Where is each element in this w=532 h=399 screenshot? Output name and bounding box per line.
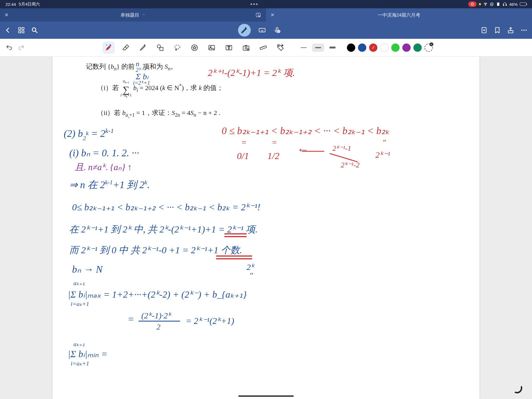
svg-point-47 [278, 45, 279, 47]
pen-mode-button[interactable] [238, 24, 251, 37]
fountain-pen-tool[interactable] [103, 42, 115, 54]
tab-single-problem[interactable]: ✕ 单独题目 ﹀ [0, 8, 266, 22]
orange-dot-icon [479, 3, 481, 5]
add-page-icon[interactable] [480, 27, 488, 34]
undo-icon[interactable] [6, 44, 13, 51]
back-icon[interactable] [4, 27, 12, 34]
document-tab-bar: ✕ 单独题目 ﹀ ✕ 一中滨海24届六月考 [0, 8, 532, 22]
svg-rect-8 [22, 27, 24, 30]
eraser-tool[interactable] [120, 42, 132, 54]
stroke-medium[interactable] [312, 44, 324, 52]
svg-rect-7 [19, 27, 21, 30]
svg-point-41 [245, 47, 247, 49]
svg-rect-13 [259, 29, 265, 32]
svg-text:且. n≠aᵏ.    {aₙ} ↑: 且. n≠aᵏ. {aₙ} ↑ [75, 162, 132, 172]
mic-icon[interactable] [273, 27, 281, 34]
svg-rect-9 [19, 31, 21, 33]
headphones-icon [503, 2, 507, 6]
svg-rect-19 [276, 27, 278, 31]
svg-text:(2) b2k = 2k-1: (2) b2k = 2k-1 [64, 127, 114, 142]
svg-text:✦: ✦ [282, 44, 283, 46]
home-indicator[interactable] [238, 395, 294, 397]
battery-percent: 46% [509, 2, 518, 7]
svg-text:aₖ₊₁: aₖ₊₁ [73, 341, 85, 347]
stroke-thick[interactable] [326, 44, 339, 52]
color-teal[interactable] [413, 44, 422, 52]
page-curl-icon[interactable] [513, 383, 524, 395]
svg-point-27 [521, 30, 522, 31]
at-icon: @ [490, 2, 494, 6]
highlighter-tool[interactable] [137, 42, 149, 54]
close-icon[interactable]: ✕ [4, 12, 9, 18]
svg-point-11 [32, 28, 36, 31]
svg-rect-1 [497, 2, 499, 6]
ruler-tool[interactable] [257, 42, 269, 54]
split-view-icon[interactable] [255, 12, 261, 18]
close-icon[interactable]: ✕ [270, 12, 275, 18]
svg-text:": " [382, 138, 386, 147]
svg-rect-3 [506, 4, 507, 6]
svg-text:i=2ᵏ+1: i=2ᵏ+1 [133, 80, 150, 86]
share-icon[interactable] [507, 27, 514, 34]
svg-point-34 [175, 45, 180, 49]
svg-text:": " [249, 271, 253, 280]
svg-text:0 ≤ b₂ₖ₋₁₊₁ < b₂ₖ₋₁₊₂ < ···   : 0 ≤ b₂ₖ₋₁₊₁ < b₂ₖ₋₁₊₂ < ··· < b₂ₖ₋₁ < b₂… [222, 125, 390, 136]
svg-line-31 [125, 46, 127, 48]
search-icon[interactable] [31, 27, 38, 34]
text-tool[interactable]: T [223, 42, 235, 54]
lasso-tool[interactable] [171, 42, 183, 54]
svg-text:0≤ b₂ₖ₋₁₊₁ < b₂ₖ₋₁₊₂ < ··· < b: 0≤ b₂ₖ₋₁₊₁ < b₂ₖ₋₁₊₂ < ··· < b₂ₖ₋₁ < b₂ₖ… [72, 202, 260, 212]
stroke-thin[interactable] [298, 44, 310, 52]
svg-line-88 [330, 154, 357, 162]
grid-icon[interactable] [18, 27, 25, 34]
color-green[interactable] [391, 44, 400, 52]
canvas-area[interactable]: 记数列 {bn} 的前 项和为 Sn。 （i）若 ak+1 ∑ i=ak+1 b… [0, 57, 532, 399]
color-white[interactable] [380, 44, 388, 52]
svg-rect-43 [260, 45, 267, 50]
color-red[interactable]: ✓ [369, 44, 377, 52]
svg-point-29 [525, 30, 526, 31]
add-color-icon[interactable] [424, 44, 433, 52]
svg-text:=: = [127, 314, 134, 325]
color-purple[interactable] [402, 44, 411, 52]
tab-exam-doc[interactable]: ✕ 一中滨海24届六月考 [266, 8, 532, 22]
multitask-dots[interactable] [250, 3, 258, 5]
svg-text:←: ← [296, 143, 309, 156]
svg-text:2ᵏ⁻¹: 2ᵏ⁻¹ [375, 150, 390, 159]
favorite-tool[interactable] [188, 42, 201, 54]
svg-text:2ᵏ⁻¹-2: 2ᵏ⁻¹-2 [341, 161, 359, 169]
svg-text:i=aₖ+1: i=aₖ+1 [71, 300, 89, 307]
svg-text:|Σ bᵢ|ₘᵢₙ =: |Σ bᵢ|ₘᵢₙ = [68, 349, 108, 359]
more-icon[interactable] [520, 27, 528, 34]
handwriting-layer: n 2ᵏ⁺¹ Σ bᵢ i=2ᵏ+1 2ᵏ⁺¹-(2ᵏ-1)+1 = 2ᵏ 项.… [53, 57, 479, 399]
svg-text:=: = [241, 138, 247, 147]
tab-title: 一中滨海24届六月考 [378, 12, 421, 18]
svg-text:2ᵏ: 2ᵏ [247, 262, 255, 272]
svg-text:在 2ᵏ⁻¹+1 到 2ᵏ 中, 共 2ᵏ-(2ᵏ⁻¹+1): 在 2ᵏ⁻¹+1 到 2ᵏ 中, 共 2ᵏ-(2ᵏ⁻¹+1)+1 = 2ᵏ⁻¹ … [69, 224, 258, 235]
svg-text:2: 2 [157, 323, 160, 331]
svg-text:aₖ₊₁: aₖ₊₁ [73, 280, 85, 287]
keyboard-icon[interactable] [259, 27, 266, 34]
svg-text:|Σ bᵢ|ₘₐₓ = 1+2+···+(2ᵏ-2) + (: |Σ bᵢ|ₘₐₓ = 1+2+···+(2ᵏ-2) + (2ᵏ⁻) + b_{… [68, 289, 247, 300]
document-page[interactable]: 记数列 {bn} 的前 项和为 Sn。 （i）若 ak+1 ∑ i=ak+1 b… [53, 57, 479, 399]
tag-tool[interactable]: ✦ [274, 42, 287, 54]
pen-icon [241, 27, 248, 34]
color-blue[interactable] [358, 44, 366, 52]
shape-tool[interactable] [154, 42, 166, 54]
redo-icon[interactable] [18, 44, 25, 51]
image-tool[interactable] [206, 42, 218, 54]
svg-point-6 [259, 16, 260, 17]
svg-line-12 [35, 31, 37, 33]
svg-text:(i)  bₙ = 0. 1. 2. ···: (i) bₙ = 0. 1. 2. ··· [69, 147, 139, 158]
chevron-down-icon[interactable]: ﹀ [142, 13, 145, 17]
screen-record-indicator[interactable] [468, 1, 477, 7]
check-icon: ✓ [372, 45, 375, 50]
battery-icon [520, 2, 526, 6]
camera-tool[interactable] [240, 42, 252, 54]
svg-text:T: T [228, 45, 230, 50]
status-time: 22:44 [6, 2, 16, 7]
status-date: 5月4日周六 [19, 2, 40, 7]
color-black[interactable] [347, 44, 355, 52]
bookmark-icon[interactable] [494, 27, 501, 34]
svg-text:而 2ᵏ⁻¹ 到 0 中 共 2ᵏ⁻¹-0 +1 = 2ᵏ⁻: 而 2ᵏ⁻¹ 到 0 中 共 2ᵏ⁻¹-0 +1 = 2ᵏ⁻¹+1 个数. [69, 245, 242, 255]
